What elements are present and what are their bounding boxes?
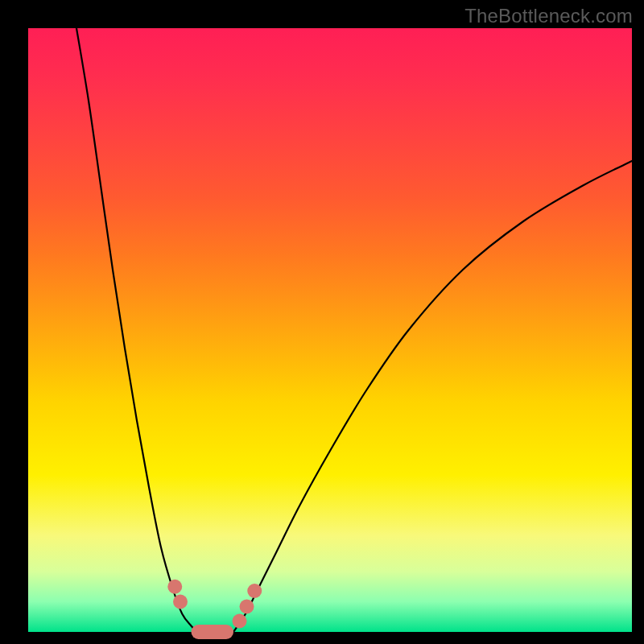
left-curve [76,28,197,632]
marker-dot [247,584,262,598]
marker-dot [167,580,182,594]
marker-dot [233,614,247,629]
marker-dot [240,600,254,614]
plot-area [28,28,632,632]
marker-pill [192,625,234,639]
marker-group [167,580,262,639]
chart-frame: TheBottleneck.com [0,0,644,644]
curve-layer [28,28,632,632]
marker-dot [173,595,188,609]
watermark-text: TheBottleneck.com [464,5,633,27]
right-curve [233,161,632,632]
